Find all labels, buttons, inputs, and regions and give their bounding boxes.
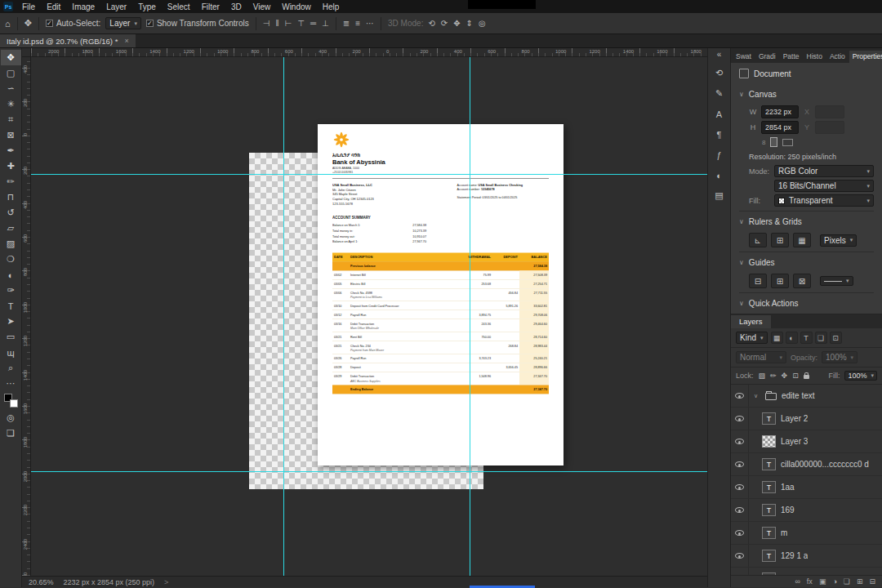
link-layers-icon[interactable]: ∞ bbox=[795, 577, 800, 586]
quick-selection-tool[interactable]: ✳ bbox=[1, 96, 21, 112]
marquee-tool[interactable]: ▢ bbox=[1, 65, 21, 81]
vertical-ruler[interactable]: 4002000200400600800100012001400160018002… bbox=[22, 57, 31, 576]
layer-main[interactable]: T129 1 a bbox=[749, 550, 808, 562]
chevron-down-icon[interactable]: ∨ bbox=[739, 300, 744, 307]
character-panel-icon[interactable]: A bbox=[710, 104, 729, 124]
zoom-level[interactable]: 20.65% bbox=[29, 578, 54, 586]
more-align-options-icon[interactable]: ⋯ bbox=[366, 19, 374, 28]
eye-icon[interactable] bbox=[735, 393, 744, 399]
checkbox-icon[interactable]: ✓ bbox=[46, 20, 53, 27]
chevron-down-icon[interactable]: ∨ bbox=[739, 218, 744, 225]
menu-file[interactable]: File bbox=[16, 2, 41, 11]
eye-icon[interactable] bbox=[735, 530, 744, 536]
dodge-tool[interactable]: ◐ bbox=[1, 267, 21, 283]
tab-actio[interactable]: Actio bbox=[826, 51, 849, 63]
history-brush-tool[interactable]: ↺ bbox=[1, 205, 21, 220]
add-layer-mask-icon[interactable]: ▣ bbox=[819, 577, 826, 586]
close-tab-icon[interactable]: × bbox=[124, 37, 128, 45]
layer-name[interactable]: Layer 2 bbox=[781, 414, 808, 423]
tab-patte[interactable]: Patte bbox=[780, 51, 803, 63]
guide-horizontal-2[interactable] bbox=[31, 471, 707, 472]
lock-artboard-icon[interactable]: ⊡ bbox=[792, 372, 799, 380]
rectangle-tool[interactable]: ▭ bbox=[1, 329, 21, 345]
layer-name[interactable]: 129 1 a bbox=[781, 551, 808, 560]
align-right-icon[interactable]: ⊢ bbox=[285, 19, 292, 28]
3d-scale-icon[interactable]: ◎ bbox=[479, 19, 486, 28]
new-group-icon[interactable]: ❏ bbox=[844, 577, 850, 586]
guide-vertical-2[interactable] bbox=[470, 57, 470, 576]
eye-icon[interactable] bbox=[735, 416, 744, 421]
guide-style-dropdown[interactable]: ▾ bbox=[820, 276, 853, 286]
layer-visibility-cell[interactable] bbox=[731, 545, 749, 567]
eyedropper-tool[interactable]: ✒ bbox=[1, 143, 21, 158]
menu-help[interactable]: Help bbox=[317, 2, 345, 11]
layer-main[interactable]: Layer 3 bbox=[749, 435, 808, 448]
units-dropdown[interactable]: Pixels ▾ bbox=[820, 234, 857, 247]
layer-main[interactable]: ∨edite text bbox=[749, 391, 815, 400]
tool-preset-icon[interactable]: ✥ bbox=[24, 18, 32, 29]
glyphs-panel-icon[interactable]: ƒ bbox=[710, 145, 729, 165]
layer-name[interactable]: edite text bbox=[782, 391, 815, 400]
blur-tool[interactable]: ❍ bbox=[1, 252, 21, 267]
frame-tool[interactable]: ⊠ bbox=[1, 127, 21, 143]
layer-thumbnail[interactable] bbox=[762, 435, 776, 448]
layer-row[interactable]: Tcilla000000...ccccccc0 d bbox=[731, 453, 882, 476]
pasteboard[interactable]: አቢሲንያ ባንክ Bank of Abyssinia ADDIS ABABA,… bbox=[31, 57, 707, 576]
guide-horizontal-1[interactable] bbox=[31, 174, 707, 175]
bit-depth-dropdown[interactable]: 16 Bits/Channel ▾ bbox=[774, 180, 874, 192]
layer-style-icon[interactable]: fx bbox=[807, 577, 813, 586]
filter-pixel-layers-icon[interactable]: ▦ bbox=[771, 332, 783, 344]
menu-window[interactable]: Window bbox=[276, 2, 317, 11]
lock-pixels-icon[interactable]: ✏ bbox=[770, 372, 777, 380]
checkbox-icon[interactable]: ✓ bbox=[146, 20, 154, 27]
layer-row[interactable]: Layer 3 bbox=[731, 430, 882, 453]
eye-icon[interactable] bbox=[735, 553, 744, 559]
menu-image[interactable]: Image bbox=[66, 2, 100, 11]
filter-type-layers-icon[interactable]: T bbox=[800, 332, 813, 344]
expand-panels-icon[interactable]: « bbox=[717, 50, 722, 63]
layer-fill-dropdown[interactable]: 100% ▾ bbox=[844, 371, 877, 381]
color-mode-dropdown[interactable]: RGB Color ▾ bbox=[774, 165, 874, 177]
layer-main[interactable]: T169 bbox=[749, 504, 795, 516]
toggle-grid-icon[interactable]: ⊞ bbox=[771, 233, 789, 247]
layer-name[interactable]: 169 bbox=[781, 506, 795, 514]
libraries-panel-icon[interactable]: ▤ bbox=[710, 185, 729, 206]
3d-rotate-icon[interactable]: ⟲ bbox=[428, 19, 434, 28]
toggle-pixel-grid-icon[interactable]: ▦ bbox=[793, 233, 811, 247]
lock-guides-icon[interactable]: ⊞ bbox=[771, 274, 789, 288]
align-middle-icon[interactable]: ═ bbox=[310, 19, 316, 28]
show-transform-checkbox[interactable]: ✓ Show Transform Controls bbox=[146, 19, 249, 28]
eye-icon[interactable] bbox=[735, 484, 744, 490]
history-panel-icon[interactable]: ⟲ bbox=[710, 63, 729, 83]
toggle-guides-icon[interactable]: ⊟ bbox=[749, 274, 767, 288]
group-expand-caret[interactable]: ∨ bbox=[754, 393, 760, 399]
status-chevron-icon[interactable]: > bbox=[164, 578, 168, 586]
brush-tool[interactable]: ✏ bbox=[1, 174, 21, 189]
layer-row[interactable]: Tm bbox=[731, 522, 882, 545]
healing-brush-tool[interactable]: ✚ bbox=[1, 158, 21, 174]
lock-all-icon[interactable] bbox=[804, 375, 809, 379]
document-tab[interactable]: Italy id.psd @ 20.7% (RGB/16) * × bbox=[0, 34, 136, 47]
new-layer-icon[interactable]: ⊞ bbox=[857, 577, 863, 586]
align-center-horizontal-icon[interactable]: ‖ bbox=[275, 19, 278, 28]
distribute-horizontal-icon[interactable]: ≣ bbox=[343, 19, 350, 28]
layer-name[interactable]: Layer 3 bbox=[781, 437, 808, 446]
crop-tool[interactable]: ⌗ bbox=[1, 112, 21, 127]
screen-mode-button[interactable]: ❏ bbox=[1, 425, 21, 441]
tab-swat[interactable]: Swat bbox=[733, 51, 755, 63]
layer-visibility-cell[interactable] bbox=[731, 430, 749, 452]
3d-roll-icon[interactable]: ⟳ bbox=[441, 19, 448, 28]
layer-visibility-cell[interactable] bbox=[731, 522, 749, 544]
landscape-orientation-icon[interactable] bbox=[782, 139, 793, 146]
layer-row[interactable]: T169 bbox=[731, 499, 882, 522]
canvas-fill-dropdown[interactable]: Transparent ▾ bbox=[774, 194, 874, 207]
layer-row[interactable]: T129 1 a bbox=[731, 545, 882, 568]
path-selection-tool[interactable]: ➤ bbox=[1, 314, 21, 329]
layer-visibility-cell[interactable] bbox=[731, 568, 749, 575]
layer-name[interactable]: m bbox=[781, 528, 787, 537]
layer-visibility-cell[interactable] bbox=[731, 499, 749, 521]
layer-row[interactable]: T01.01.1990 bbox=[731, 568, 882, 575]
layer-main[interactable]: T1aa bbox=[749, 481, 795, 493]
filter-adjustment-layers-icon[interactable]: ◐ bbox=[786, 332, 798, 344]
horizontal-ruler[interactable]: 2000180016001400120010008006004002000200… bbox=[31, 48, 707, 57]
